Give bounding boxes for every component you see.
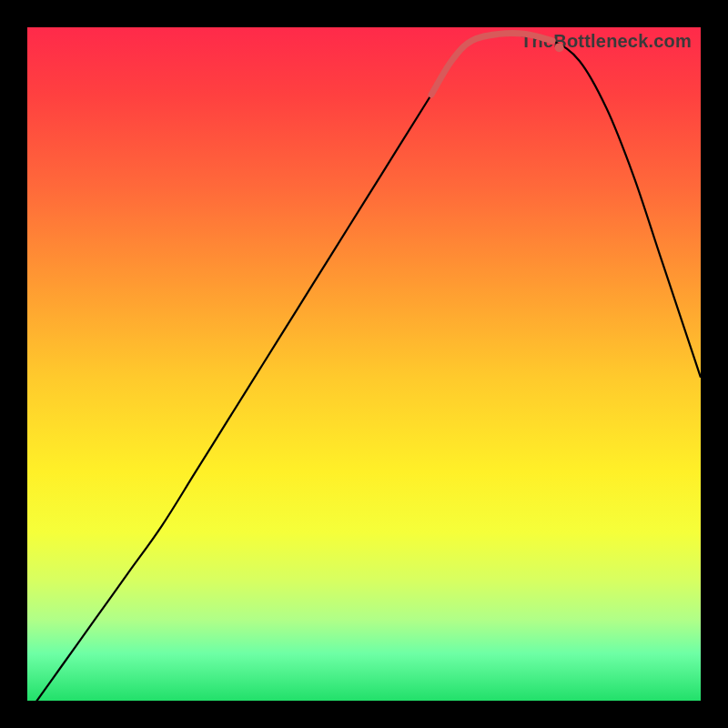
chart-frame: TheBottleneck.com	[0, 0, 728, 728]
curve-marker	[555, 43, 564, 52]
bottleneck-curve	[27, 27, 701, 701]
curve-path	[27, 33, 701, 701]
curve-highlight	[431, 33, 552, 95]
plot-area: TheBottleneck.com	[27, 27, 701, 701]
